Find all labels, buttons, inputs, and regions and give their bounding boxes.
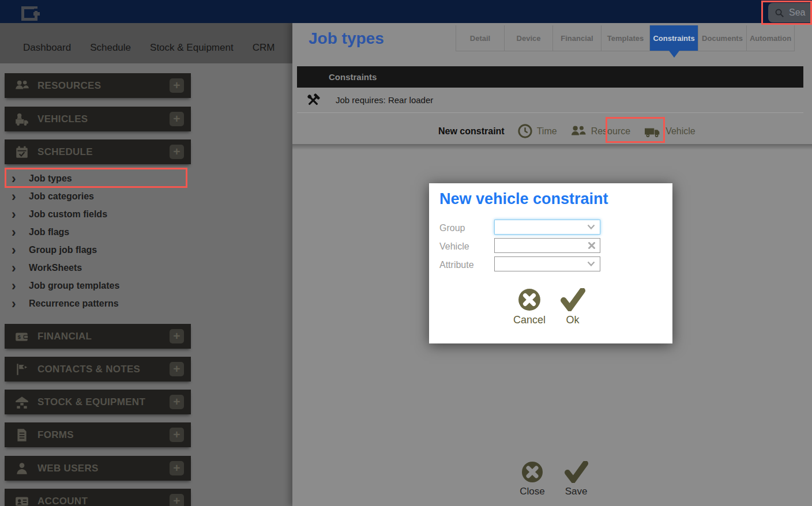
- close-circle-icon: [521, 461, 543, 483]
- sidebar-section-account[interactable]: ACCOUNT +: [5, 489, 191, 506]
- add-section-button[interactable]: +: [170, 494, 184, 506]
- sub-item-label: Job custom fields: [29, 209, 107, 220]
- detail-tabs: Detail Device Financial Templates Constr…: [456, 25, 795, 51]
- sidebar: RESOURCES + VEHICLES + SCHEDULE + › Job …: [0, 63, 292, 506]
- sidebar-item-job-types[interactable]: › Job types: [5, 169, 191, 187]
- new-constraint-label: New constraint: [438, 126, 505, 137]
- add-section-button[interactable]: +: [170, 329, 184, 343]
- attribute-field-label: Attribute: [439, 260, 474, 270]
- search-icon: [775, 8, 784, 18]
- add-section-button[interactable]: +: [170, 145, 184, 159]
- nav-item-schedule[interactable]: Schedule: [90, 42, 131, 54]
- chevron-right-icon: ›: [12, 209, 27, 220]
- add-section-button[interactable]: +: [170, 112, 184, 126]
- ok-button[interactable]: Ok: [557, 288, 589, 326]
- section-label: SCHEDULE: [37, 146, 93, 158]
- add-section-button[interactable]: +: [170, 461, 184, 475]
- user-icon: [14, 461, 29, 476]
- svg-text:$: $: [17, 334, 21, 340]
- sub-item-label: Recurrence patterns: [29, 299, 119, 309]
- sidebar-section-contacts-notes[interactable]: CONTACTS & NOTES +: [5, 357, 191, 382]
- calendar-icon: [14, 145, 29, 160]
- section-divider: [292, 144, 812, 150]
- id-card-icon: [14, 494, 29, 506]
- sidebar-section-web-users[interactable]: WEB USERS +: [5, 456, 191, 481]
- dialog-actions: Cancel Ok: [513, 288, 589, 326]
- section-label: FORMS: [37, 429, 74, 441]
- nav-item-dashboard[interactable]: Dashboard: [23, 42, 71, 54]
- group-select[interactable]: [494, 220, 600, 235]
- new-resource-constraint-button[interactable]: Resource: [570, 124, 630, 139]
- sidebar-item-group-job-flags[interactable]: › Group job flags: [5, 241, 191, 259]
- top-navbar: Sea: [0, 0, 812, 23]
- chevron-down-icon: [587, 261, 595, 267]
- sidebar-section-forms[interactable]: FORMS +: [5, 422, 191, 447]
- attribute-select[interactable]: [494, 256, 600, 271]
- tab-templates[interactable]: Templates: [601, 25, 649, 51]
- chevron-right-icon: ›: [12, 280, 27, 292]
- sidebar-item-worksheets[interactable]: › WorkSheets: [5, 259, 191, 277]
- global-search-input[interactable]: Sea: [768, 3, 812, 22]
- sidebar-section-resources[interactable]: RESOURCES +: [5, 73, 191, 98]
- check-icon: [564, 461, 588, 483]
- sidebar-section-stock-equipment[interactable]: STOCK & EQUIPMENT +: [5, 390, 191, 414]
- people-icon: [570, 124, 587, 139]
- section-label: STOCK & EQUIPMENT: [37, 397, 145, 408]
- cancel-circle-icon: [518, 288, 541, 311]
- tab-detail[interactable]: Detail: [456, 25, 504, 51]
- flag-icon: [14, 362, 29, 377]
- warehouse-icon: [14, 395, 29, 410]
- dialog-title: New vehicle constraint: [439, 190, 608, 208]
- sidebar-item-job-categories[interactable]: › Job categories: [5, 187, 191, 205]
- section-label: RESOURCES: [37, 80, 101, 92]
- add-section-button[interactable]: +: [170, 78, 184, 93]
- chevron-down-icon: [587, 224, 595, 230]
- sidebar-item-job-flags[interactable]: › Job flags: [5, 223, 191, 241]
- sidebar-section-schedule[interactable]: SCHEDULE +: [5, 139, 191, 164]
- tab-constraints[interactable]: Constraints: [649, 25, 698, 51]
- chevron-right-icon: ›: [12, 244, 27, 256]
- nav-item-stock-equipment[interactable]: Stock & Equipment: [150, 42, 234, 54]
- tab-financial[interactable]: Financial: [552, 25, 601, 51]
- panel-footer-actions: Close Save: [516, 461, 592, 497]
- sub-item-label: Job flags: [29, 227, 69, 237]
- sidebar-section-financial[interactable]: $ FINANCIAL +: [5, 324, 191, 349]
- close-button[interactable]: Close: [516, 461, 548, 497]
- cancel-button[interactable]: Cancel: [513, 288, 546, 326]
- wallet-icon: $: [14, 329, 29, 344]
- sub-item-label: WorkSheets: [29, 263, 82, 273]
- sidebar-item-job-group-templates[interactable]: › Job group templates: [5, 277, 191, 294]
- people-icon: [14, 78, 29, 93]
- vehicle-input[interactable]: [494, 238, 600, 253]
- new-time-constraint-button[interactable]: Time: [517, 123, 557, 139]
- sidebar-item-job-custom-fields[interactable]: › Job custom fields: [5, 205, 191, 223]
- add-section-button[interactable]: +: [170, 362, 184, 376]
- sidebar-item-recurrence-patterns[interactable]: › Recurrence patterns: [5, 294, 191, 312]
- clock-icon: [517, 123, 533, 139]
- sub-item-label: Job group templates: [29, 281, 119, 291]
- save-button[interactable]: Save: [560, 461, 592, 497]
- section-label: VEHICLES: [37, 114, 88, 125]
- new-vehicle-constraint-button[interactable]: Vehicle: [643, 124, 696, 139]
- constraint-text: Job requires: Rear loader: [336, 95, 433, 105]
- truck-icon: [14, 112, 29, 127]
- sub-item-label: Job categories: [29, 191, 94, 202]
- tab-documents[interactable]: Documents: [698, 25, 746, 51]
- chevron-right-icon: ›: [12, 191, 27, 202]
- sidebar-section-vehicles[interactable]: VEHICLES +: [5, 107, 191, 131]
- section-label: WEB USERS: [37, 463, 99, 474]
- new-vehicle-constraint-dialog: New vehicle constraint Group Vehicle Att…: [429, 183, 672, 343]
- add-section-button[interactable]: +: [170, 395, 184, 409]
- sub-item-label: Job types: [29, 173, 72, 184]
- clear-icon[interactable]: [588, 242, 595, 249]
- add-section-button[interactable]: +: [170, 428, 184, 442]
- nav-item-crm[interactable]: CRM: [253, 42, 275, 54]
- chevron-right-icon: ›: [12, 226, 27, 238]
- tab-automation[interactable]: Automation: [746, 25, 795, 51]
- sub-item-label: Group job flags: [29, 245, 97, 255]
- check-icon: [560, 288, 585, 311]
- vehicle-field-label: Vehicle: [439, 241, 469, 252]
- tab-device[interactable]: Device: [504, 25, 552, 51]
- constraint-row[interactable]: Job requires: Rear loader: [297, 88, 803, 113]
- chevron-right-icon: ›: [12, 262, 27, 274]
